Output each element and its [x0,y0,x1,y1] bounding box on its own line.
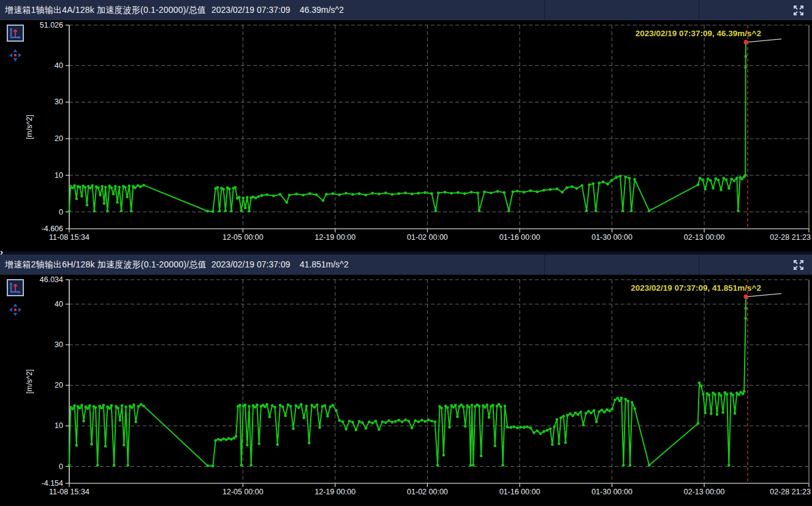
titlebar-divider [699,0,699,20]
svg-text:[m/s^2]: [m/s^2] [25,369,34,394]
panel-timestamp: 2023/02/19 07:37:09 [211,255,290,275]
svg-text:10: 10 [55,171,63,180]
svg-text:12-19 00:00: 12-19 00:00 [315,233,356,242]
svg-text:40: 40 [55,61,63,70]
panel-title: 增速箱2轴输出6H/128k 加速度波形(0.1-20000)/总值 [5,255,207,275]
svg-text:01-16 00:00: 01-16 00:00 [499,488,541,496]
chart-toolbar [0,275,27,355]
svg-text:01-02 00:00: 01-02 00:00 [407,233,448,242]
svg-text:11-08 15:34: 11-08 15:34 [49,488,89,496]
svg-text:-4.606: -4.606 [42,224,63,233]
svg-text:0: 0 [59,462,63,471]
expand-icon[interactable] [791,258,806,272]
svg-text:01-30 00:00: 01-30 00:00 [591,488,632,496]
svg-text:-4.154: -4.154 [42,479,63,488]
svg-text:20: 20 [55,381,63,389]
pan-move-icon[interactable] [9,303,22,316]
svg-text:0: 0 [59,208,63,217]
svg-text:12-19 00:00: 12-19 00:00 [315,488,356,496]
svg-text:01-30 00:00: 01-30 00:00 [591,233,632,242]
panel-1-titlebar: 增速箱1轴输出4A/128k 加速度波形(0.1-20000)/总值 2023/… [0,0,812,20]
chart-area-1: 01020304051.026-4.60611-08 15:3412-05 00… [0,20,812,251]
panel-2-titlebar: 增速箱2轴输出6H/128k 加速度波形(0.1-20000)/总值 2023/… [0,255,812,275]
chart-panel-2: 增速箱2轴输出6H/128k 加速度波形(0.1-20000)/总值 2023/… [0,255,812,506]
chart-area-2: 01020304046.034-4.15411-08 15:3412-05 00… [0,275,812,506]
panel-peak-value: 41.851m/s^2 [300,255,349,275]
panel-timestamp: 2023/02/19 07:37:09 [211,0,290,20]
svg-text:12-05 00:00: 12-05 00:00 [222,233,264,242]
svg-text:2023/02/19 07:37:09, 41.851m/s: 2023/02/19 07:37:09, 41.851m/s^2 [631,283,761,293]
svg-text:02-28 21:23: 02-28 21:23 [770,488,811,496]
panel-peak-value: 46.39m/s^2 [300,0,344,20]
svg-text:51.026: 51.026 [40,21,63,29]
titlebar-divider [544,255,545,275]
svg-text:20: 20 [55,134,63,143]
chart-canvas-1[interactable]: 01020304051.026-4.60611-08 15:3412-05 00… [0,20,812,251]
svg-text:02-13 00:00: 02-13 00:00 [684,233,725,242]
titlebar-divider [699,255,699,275]
svg-text:[m/s^2]: [m/s^2] [25,115,34,139]
y-autoscale-icon[interactable] [7,25,24,42]
svg-text:30: 30 [55,98,63,106]
svg-text:02-28 21:23: 02-28 21:23 [770,233,811,242]
svg-text:01-16 00:00: 01-16 00:00 [499,233,541,242]
y-autoscale-icon[interactable] [7,279,24,296]
chart-panel-1: 增速箱1轴输出4A/128k 加速度波形(0.1-20000)/总值 2023/… [0,0,812,251]
svg-text:40: 40 [55,300,63,309]
titlebar-divider [544,0,545,20]
svg-text:2023/02/19 07:37:09, 46.39m/s^: 2023/02/19 07:37:09, 46.39m/s^2 [636,29,761,38]
chart-toolbar [0,20,27,100]
svg-text:11-08 15:34: 11-08 15:34 [49,233,89,242]
chart-canvas-2[interactable]: 01020304046.034-4.15411-08 15:3412-05 00… [0,275,812,506]
svg-text:46.034: 46.034 [40,275,63,284]
expand-icon[interactable] [791,3,806,18]
svg-text:30: 30 [55,340,63,349]
svg-text:12-05 00:00: 12-05 00:00 [222,488,264,496]
pan-move-icon[interactable] [9,48,22,62]
svg-text:02-13 00:00: 02-13 00:00 [684,488,725,496]
svg-text:10: 10 [55,421,63,430]
vibration-monitor-app: 增速箱1轴输出4A/128k 加速度波形(0.1-20000)/总值 2023/… [0,0,812,506]
svg-text:01-02 00:00: 01-02 00:00 [407,488,448,496]
sidebar-collapse-chevron[interactable]: › [0,246,9,258]
panel-title: 增速箱1轴输出4A/128k 加速度波形(0.1-20000)/总值 [5,0,206,20]
